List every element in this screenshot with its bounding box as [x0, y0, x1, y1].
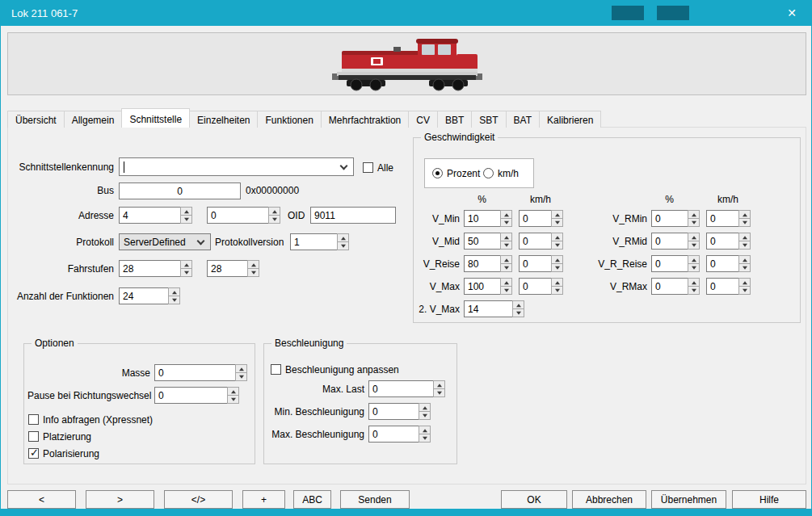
v-rmid-kmh-spinner[interactable]: [738, 233, 751, 250]
v-min-kmh-input[interactable]: [519, 210, 552, 227]
spin-down-icon[interactable]: [419, 411, 431, 420]
min-beschleunigung-spinner[interactable]: [419, 403, 431, 420]
v-r-reise-percent-spinner[interactable]: [688, 255, 700, 272]
bus-input[interactable]: [123, 186, 237, 197]
v-max-percent-spinner[interactable]: [500, 278, 512, 295]
fahrstufen-input[interactable]: [119, 260, 181, 277]
abc-button[interactable]: ABC: [293, 490, 331, 509]
spin-down-icon[interactable]: [235, 372, 247, 381]
close-button[interactable]: ✕: [779, 3, 805, 23]
spin-down-icon[interactable]: [551, 263, 563, 272]
spin-down-icon[interactable]: [500, 263, 512, 272]
v-mid-percent-input[interactable]: [464, 233, 501, 250]
v-rmin-kmh-input[interactable]: [706, 210, 739, 227]
v-rmid-percent-input[interactable]: [651, 233, 688, 250]
fahrstufen-2-input[interactable]: [207, 260, 248, 277]
adresse-input[interactable]: [119, 207, 181, 224]
tab-mehrfachtraktion[interactable]: Mehrfachtraktion: [321, 111, 409, 128]
spin-down-icon[interactable]: [738, 218, 751, 227]
spin-down-icon[interactable]: [688, 241, 700, 250]
senden-button[interactable]: Senden: [340, 490, 410, 509]
spin-down-icon[interactable]: [337, 241, 349, 250]
max-beschleunigung-input[interactable]: [368, 426, 419, 443]
code-button[interactable]: </>: [164, 490, 233, 509]
spin-down-icon[interactable]: [227, 395, 239, 404]
tab-schnittstelle[interactable]: Schnittstelle: [121, 108, 190, 128]
v-mid-kmh-input[interactable]: [519, 233, 552, 250]
masse-input[interactable]: [154, 364, 236, 381]
protokollversion-spinner[interactable]: [337, 233, 349, 250]
spin-down-icon[interactable]: [500, 241, 512, 250]
adresse-spinner[interactable]: [180, 207, 192, 224]
v-rmid-kmh-input[interactable]: [706, 233, 739, 250]
hilfe-button[interactable]: Hilfe: [732, 490, 806, 509]
pause-input[interactable]: [154, 387, 228, 404]
checkbox-beschleunigung-anpassen[interactable]: Beschleunigung anpassen: [271, 363, 399, 375]
v-max2-spinner[interactable]: [512, 300, 524, 317]
v-max-percent-input[interactable]: [464, 278, 501, 295]
v-reise-kmh-input[interactable]: [519, 255, 552, 272]
spin-down-icon[interactable]: [551, 241, 563, 250]
masse-spinner[interactable]: [235, 364, 247, 381]
v-max2-input[interactable]: [464, 300, 513, 317]
spin-down-icon[interactable]: [419, 434, 431, 443]
spin-down-icon[interactable]: [168, 296, 180, 304]
v-min-percent-spinner[interactable]: [500, 210, 512, 227]
min-beschleunigung-input[interactable]: [368, 403, 419, 420]
radio-prozent[interactable]: Prozent: [432, 167, 480, 179]
tab-allgemein[interactable]: Allgemein: [64, 111, 123, 128]
spin-down-icon[interactable]: [268, 215, 280, 224]
v-max-kmh-input[interactable]: [519, 278, 552, 295]
spin-down-icon[interactable]: [738, 286, 751, 295]
spin-down-icon[interactable]: [180, 268, 192, 277]
next-button[interactable]: >: [86, 490, 154, 509]
tab-kalibrieren[interactable]: Kalibrieren: [539, 111, 601, 128]
alle-checkbox[interactable]: Alle: [363, 162, 393, 174]
v-r-reise-percent-input[interactable]: [651, 255, 688, 272]
adresse-2-spinner[interactable]: [268, 207, 280, 224]
max-last-spinner[interactable]: [433, 380, 445, 397]
schnittstellenkennung-combobox[interactable]: [119, 157, 354, 176]
v-min-kmh-spinner[interactable]: [551, 210, 563, 227]
v-rmid-percent-spinner[interactable]: [688, 233, 700, 250]
v-rmax-kmh-input[interactable]: [706, 278, 739, 295]
v-reise-kmh-spinner[interactable]: [551, 255, 563, 272]
v-reise-percent-input[interactable]: [464, 255, 501, 272]
fahrstufen-spinner[interactable]: [180, 260, 192, 277]
checkbox-platzierung[interactable]: Platzierung: [28, 430, 91, 443]
protokoll-dropdown[interactable]: ServerDefined: [119, 233, 211, 250]
maximize-button[interactable]: [657, 6, 689, 20]
anzahl-funktionen-input[interactable]: [119, 287, 169, 304]
checkbox-info-abfragen[interactable]: Info abfragen (Xpressnet): [28, 413, 153, 426]
v-rmin-kmh-spinner[interactable]: [738, 210, 751, 227]
tab-uebersicht[interactable]: Übersicht: [7, 111, 65, 128]
spin-down-icon[interactable]: [180, 215, 192, 224]
v-rmax-percent-spinner[interactable]: [688, 278, 700, 295]
v-r-reise-kmh-input[interactable]: [706, 255, 739, 272]
tab-einzelheiten[interactable]: Einzelheiten: [189, 111, 258, 128]
spin-down-icon[interactable]: [551, 218, 563, 227]
spin-down-icon[interactable]: [433, 388, 445, 397]
minimize-button[interactable]: [612, 6, 644, 20]
tab-funktionen[interactable]: Funktionen: [257, 111, 321, 128]
uebernehmen-button[interactable]: Übernehmen: [651, 490, 726, 509]
abbrechen-button[interactable]: Abbrechen: [572, 490, 646, 509]
anzahl-funktionen-spinner[interactable]: [168, 287, 180, 304]
spin-down-icon[interactable]: [688, 218, 700, 227]
v-rmax-percent-input[interactable]: [651, 278, 688, 295]
max-beschleunigung-spinner[interactable]: [419, 426, 431, 443]
tab-bat[interactable]: BAT: [506, 111, 540, 128]
v-rmax-kmh-spinner[interactable]: [738, 278, 751, 295]
tab-cv[interactable]: CV: [408, 111, 438, 128]
adresse-2-input[interactable]: [207, 207, 269, 224]
spin-down-icon[interactable]: [688, 286, 700, 295]
spin-down-icon[interactable]: [551, 286, 563, 295]
spin-down-icon[interactable]: [247, 268, 259, 277]
oid-input[interactable]: [314, 210, 392, 221]
spin-down-icon[interactable]: [738, 263, 751, 272]
protokollversion-input[interactable]: [290, 233, 338, 250]
tab-bbt[interactable]: BBT: [437, 111, 472, 128]
v-max-kmh-spinner[interactable]: [551, 278, 563, 295]
prev-button[interactable]: <: [7, 490, 76, 509]
bus-field[interactable]: [119, 182, 241, 199]
